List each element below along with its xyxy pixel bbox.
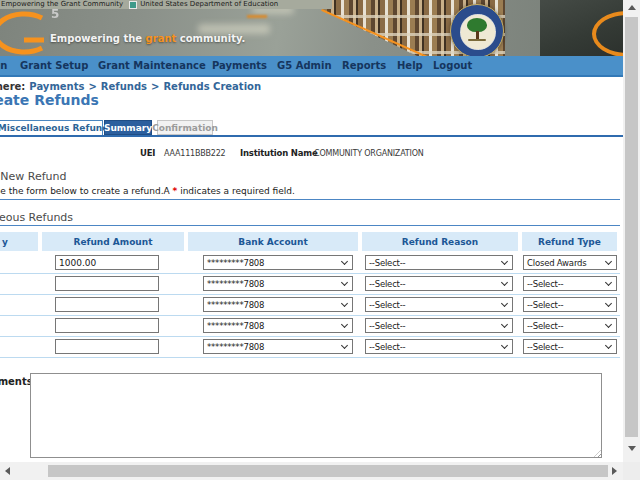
scroll-right-icon[interactable]: [612, 467, 617, 475]
banner-glare: [247, 15, 267, 18]
refund-amount-input[interactable]: [55, 339, 159, 354]
refund-type-select[interactable]: --Select--: [523, 297, 617, 312]
nav-item-help[interactable]: Help: [397, 56, 423, 75]
ed-seal: [450, 4, 504, 56]
comments-textarea[interactable]: [30, 373, 602, 458]
bank-account-select[interactable]: *********7808: [203, 255, 353, 270]
table-row: *********7808 --Select-- --Select--: [0, 315, 620, 337]
chevron-down-icon: [605, 300, 612, 307]
chevron-down-icon: [501, 258, 508, 265]
table-row: *********7808 --Select-- --Select--: [0, 273, 620, 295]
section-divider: [0, 199, 620, 200]
nav-item-grant-setup[interactable]: Grant Setup: [20, 56, 88, 75]
nav-item-payments[interactable]: Payments: [212, 56, 267, 75]
g5-logo-icon: [0, 10, 52, 56]
tagline-highlight: grant: [146, 33, 177, 44]
breadcrumb: You are here:Payments>Refunds>Refunds Cr…: [0, 81, 261, 92]
col-header-refund-reason: Refund Reason: [362, 232, 518, 251]
form-hint: Use the form below to create a refund.A …: [0, 186, 295, 196]
tagline-post: community.: [176, 33, 245, 44]
col-header-bank-account: Bank Account: [188, 232, 358, 251]
refund-reason-value: --Select--: [369, 321, 406, 331]
bank-account-value: *********7808: [207, 321, 264, 331]
strip-app-title: Empowering the Grant Community: [1, 0, 123, 9]
scroll-down-icon[interactable]: [628, 446, 636, 451]
refund-type-select[interactable]: --Select--: [523, 339, 617, 354]
h-scrollbar-thumb[interactable]: [48, 465, 608, 477]
breadcrumb-link-refunds[interactable]: Refunds: [101, 81, 147, 92]
breadcrumb-separator: >: [88, 81, 96, 92]
refunds-table-header: y Refund Amount Bank Account Refund Reas…: [0, 232, 623, 251]
institution-name-label: Institution Name: [240, 148, 317, 158]
horizontal-scrollbar[interactable]: [0, 462, 623, 480]
chevron-down-icon: [501, 342, 508, 349]
bank-account-select[interactable]: *********7808: [203, 276, 353, 291]
chalkboard-panel: [540, 0, 623, 56]
breadcrumb-link-refunds-creation[interactable]: Refunds Creation: [163, 81, 261, 92]
refund-reason-select[interactable]: --Select--: [365, 339, 513, 354]
nav-item-grant-maintenance[interactable]: Grant Maintenance: [98, 56, 206, 75]
bank-account-select[interactable]: *********7808: [203, 318, 353, 333]
chevron-down-icon: [605, 258, 612, 265]
hint-after: indicates a required field.: [177, 186, 295, 196]
tabs-underline: [0, 135, 623, 137]
chevron-down-icon: [605, 321, 612, 328]
refund-reason-select[interactable]: --Select--: [365, 255, 513, 270]
scroll-left-icon[interactable]: [5, 467, 10, 475]
chevron-down-icon: [341, 279, 348, 286]
uei-label: UEI: [140, 148, 155, 158]
comments-label: Comments: [0, 376, 33, 387]
table-row: *********7808 --Select-- --Select--: [0, 294, 620, 316]
nav-item-main[interactable]: Main: [0, 56, 7, 75]
bank-account-value: *********7808: [207, 342, 264, 352]
section-divider: [0, 225, 620, 226]
tagline-pre: Empowering the: [50, 33, 146, 44]
tab-confirmation: Confirmation: [157, 120, 213, 135]
refund-reason-select[interactable]: --Select--: [365, 318, 513, 333]
refund-type-select[interactable]: --Select--: [523, 276, 617, 291]
chevron-down-icon: [341, 258, 348, 265]
chevron-down-icon: [501, 300, 508, 307]
seal-tree: [467, 18, 487, 32]
bank-account-select[interactable]: *********7808: [203, 297, 353, 312]
refund-amount-input[interactable]: [55, 297, 159, 312]
hint-before: Use the form below to create a refund.A: [0, 186, 173, 196]
g5-logo-number: 5: [51, 7, 59, 21]
chevron-down-icon: [341, 321, 348, 328]
col-header-refund-type: Refund Type: [522, 232, 617, 251]
refund-reason-select[interactable]: --Select--: [365, 297, 513, 312]
tab-summary[interactable]: Summary: [104, 120, 152, 135]
nav-item-g5-admin[interactable]: G5 Admin: [277, 56, 332, 75]
uei-value: AAA111BBB222: [164, 149, 225, 158]
title-strip: Empowering the Grant Community United St…: [0, 0, 332, 9]
breadcrumb-separator: >: [151, 81, 159, 92]
vertical-scrollbar[interactable]: [623, 0, 640, 462]
misc-refunds-section-title: Miscellaneous Refunds: [0, 211, 73, 224]
nav-item-reports[interactable]: Reports: [342, 56, 386, 75]
table-row: *********7808 --Select-- --Select--: [0, 336, 620, 358]
refund-amount-input[interactable]: [55, 318, 159, 333]
refund-type-value: --Select--: [527, 279, 564, 289]
refund-reason-select[interactable]: --Select--: [365, 276, 513, 291]
refund-type-value: --Select--: [527, 342, 564, 352]
g-arc-decoration: [592, 11, 623, 56]
scroll-up-icon[interactable]: [628, 5, 636, 10]
strip-dept-title: United States Department of Education: [140, 0, 278, 9]
refund-reason-value: --Select--: [369, 300, 406, 310]
breadcrumb-link-payments[interactable]: Payments: [29, 81, 84, 92]
nav-item-logout[interactable]: Logout: [433, 56, 472, 75]
seal-ground: [468, 39, 486, 41]
refund-type-value: --Select--: [527, 321, 564, 331]
col-header-fragment: y: [0, 232, 38, 251]
v-scrollbar-thumb[interactable]: [625, 17, 638, 437]
chevron-down-icon: [341, 342, 348, 349]
refund-amount-input[interactable]: [55, 276, 159, 291]
refund-type-value: --Select--: [527, 300, 564, 310]
refund-reason-value: --Select--: [369, 279, 406, 289]
tab-create-miscellaneous-refunds[interactable]: Create Miscellaneous Refunds: [0, 120, 103, 135]
refund-amount-input[interactable]: [55, 255, 159, 270]
refund-type-value: Closed Awards: [527, 258, 586, 268]
refund-type-select[interactable]: --Select--: [523, 318, 617, 333]
refund-type-select[interactable]: Closed Awards: [523, 255, 617, 270]
bank-account-select[interactable]: *********7808: [203, 339, 353, 354]
